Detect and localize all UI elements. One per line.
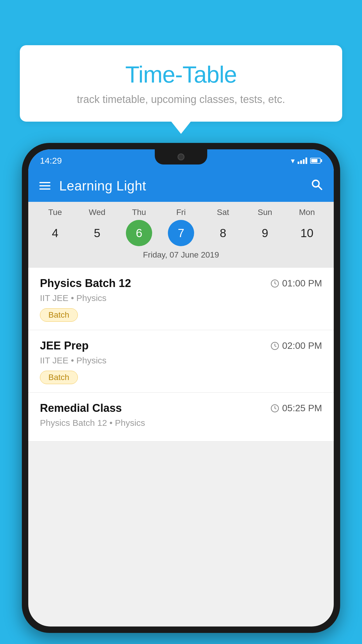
camera xyxy=(178,153,184,160)
class-2-time-label: 02:00 PM xyxy=(282,340,322,351)
class-list: Physics Batch 12 01:00 PM IIT JEE • Phys… xyxy=(28,268,334,442)
class-1-batch-tag: Batch xyxy=(40,308,78,322)
class-3-name: Remedial Class xyxy=(40,402,122,414)
class-2-name: JEE Prep xyxy=(40,340,89,352)
phone-inner: 14:29 ▾ xyxy=(28,149,334,626)
svg-line-1 xyxy=(318,186,321,189)
day-header-sun: Sun xyxy=(252,208,278,217)
class-item-3-header: Remedial Class 05:25 PM xyxy=(40,402,322,414)
class-3-meta: Physics Batch 12 • Physics xyxy=(40,418,322,428)
day-header-mon: Mon xyxy=(294,208,320,217)
class-1-name: Physics Batch 12 xyxy=(40,277,131,290)
status-icons: ▾ xyxy=(291,156,322,165)
calendar-strip: Tue Wed Thu Fri Sat Sun Mon 4 5 6 7 8 9 … xyxy=(28,202,334,268)
search-icon[interactable] xyxy=(310,178,323,193)
day-8[interactable]: 8 xyxy=(210,220,236,246)
day-9[interactable]: 9 xyxy=(252,220,278,246)
day-numbers: 4 5 6 7 8 9 10 xyxy=(28,220,334,246)
app-bar: Learning Light xyxy=(28,170,334,202)
class-2-time: 02:00 PM xyxy=(270,340,322,351)
class-item-1-header: Physics Batch 12 01:00 PM xyxy=(40,277,322,290)
day-6-today[interactable]: 6 xyxy=(126,220,152,246)
day-10[interactable]: 10 xyxy=(294,220,320,246)
status-time: 14:29 xyxy=(40,156,62,166)
class-item-2[interactable]: JEE Prep 02:00 PM IIT JEE • Physics Batc… xyxy=(28,330,334,393)
day-header-tue: Tue xyxy=(42,208,68,217)
bubble-title: Time-Table xyxy=(37,61,325,88)
day-5[interactable]: 5 xyxy=(84,220,110,246)
class-item-1[interactable]: Physics Batch 12 01:00 PM IIT JEE • Phys… xyxy=(28,268,334,330)
phone-wrapper: 14:29 ▾ xyxy=(22,143,340,644)
class-item-2-header: JEE Prep 02:00 PM xyxy=(40,340,322,352)
phone-frame: 14:29 ▾ xyxy=(22,143,340,633)
speech-bubble: Time-Table track timetable, upcoming cla… xyxy=(20,45,342,122)
selected-date-label: Friday, 07 June 2019 xyxy=(28,246,334,265)
class-item-3[interactable]: Remedial Class 05:25 PM Physics Batch 12… xyxy=(28,393,334,442)
day-7-selected[interactable]: 7 xyxy=(168,220,194,246)
clock-icon-2 xyxy=(270,342,279,350)
class-1-meta: IIT JEE • Physics xyxy=(40,293,322,303)
class-3-time-label: 05:25 PM xyxy=(282,403,322,414)
class-2-batch-tag: Batch xyxy=(40,371,78,384)
day-header-thu: Thu xyxy=(126,208,152,217)
day-header-fri: Fri xyxy=(168,208,194,217)
menu-icon[interactable] xyxy=(39,182,50,190)
day-headers: Tue Wed Thu Fri Sat Sun Mon xyxy=(28,208,334,217)
speech-bubble-container: Time-Table track timetable, upcoming cla… xyxy=(20,45,342,122)
day-4[interactable]: 4 xyxy=(42,220,68,246)
clock-icon-3 xyxy=(270,404,279,413)
class-3-time: 05:25 PM xyxy=(270,403,322,414)
app-title: Learning Light xyxy=(59,178,302,194)
day-header-wed: Wed xyxy=(84,208,110,217)
signal-icon xyxy=(298,158,307,164)
class-1-time-label: 01:00 PM xyxy=(282,278,322,289)
wifi-icon: ▾ xyxy=(291,156,295,165)
clock-icon-1 xyxy=(270,279,279,288)
battery-icon xyxy=(310,158,322,164)
bubble-subtitle: track timetable, upcoming classes, tests… xyxy=(37,93,325,106)
day-header-sat: Sat xyxy=(210,208,236,217)
phone-notch xyxy=(155,149,207,164)
class-2-meta: IIT JEE • Physics xyxy=(40,356,322,365)
class-1-time: 01:00 PM xyxy=(270,278,322,289)
